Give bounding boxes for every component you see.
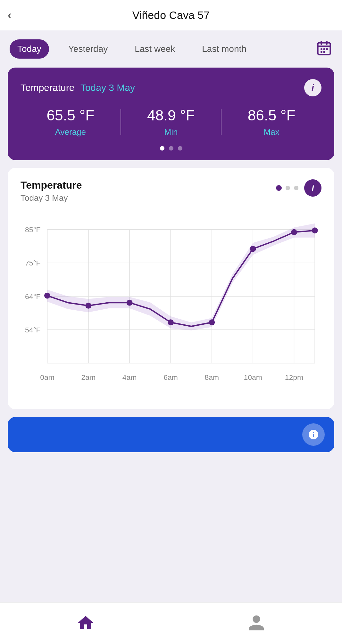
x-label-10am: 10am (244, 373, 262, 381)
calendar-button[interactable] (316, 40, 332, 58)
x-label-2am: 2am (81, 373, 96, 381)
summary-pagination-dots (21, 146, 321, 151)
stat-max: 86.5 °F Max (221, 107, 321, 137)
x-label-4am: 4am (122, 373, 137, 381)
svg-text:75°F: 75°F (25, 259, 41, 267)
stat-min-value: 48.9 °F (121, 107, 221, 124)
stat-average-value: 65.5 °F (21, 107, 121, 124)
chart-title: Temperature (21, 179, 82, 191)
chart-point-end (312, 227, 318, 233)
nav-profile[interactable] (247, 614, 266, 633)
chart-date: Today 3 May (21, 193, 82, 203)
chart-point-6am (168, 319, 174, 325)
stat-average: 65.5 °F Average (21, 107, 121, 137)
stat-min: 48.9 °F Min (121, 107, 221, 137)
summary-dot-2[interactable] (169, 146, 173, 151)
chart-pagination-dots (276, 185, 298, 191)
svg-text:54°F: 54°F (25, 326, 41, 334)
filter-last-month[interactable]: Last month (194, 39, 254, 59)
chart-info-button[interactable]: i (304, 179, 321, 197)
chart-header: Temperature Today 3 May i (21, 179, 321, 203)
blue-banner (8, 417, 334, 452)
filter-yesterday[interactable]: Yesterday (61, 39, 116, 59)
svg-rect-6 (326, 48, 328, 50)
calendar-icon (316, 40, 332, 57)
summary-stats: 65.5 °F Average 48.9 °F Min 86.5 °F Max (21, 107, 321, 137)
banner-circle[interactable] (302, 423, 325, 446)
summary-card: Temperature Today 3 May i 65.5 °F Averag… (8, 68, 334, 160)
filter-last-week[interactable]: Last week (127, 39, 183, 59)
chart-header-right: i (276, 179, 321, 197)
back-button[interactable]: ‹ (8, 9, 12, 22)
stat-max-value: 86.5 °F (221, 107, 321, 124)
chart-card: Temperature Today 3 May i (8, 168, 334, 409)
banner-icon (308, 429, 319, 440)
summary-title-group: Temperature Today 3 May (21, 82, 135, 93)
stat-max-label: Max (264, 127, 279, 137)
temperature-chart: 85°F 75°F 64°F 54°F 0am 2am 4am 6am 8am (21, 209, 321, 396)
page-title: Viñedo Cava 57 (132, 9, 210, 21)
home-icon (76, 614, 95, 633)
chart-title-group: Temperature Today 3 May (21, 179, 82, 203)
x-label-6am: 6am (163, 373, 178, 381)
summary-dot-3[interactable] (178, 146, 182, 151)
chart-point-0am (44, 293, 50, 299)
svg-text:64°F: 64°F (25, 292, 41, 301)
chart-dot-2[interactable] (286, 186, 290, 190)
chart-container: 85°F 75°F 64°F 54°F 0am 2am 4am 6am 8am (21, 209, 321, 398)
chart-point-8am (209, 319, 215, 325)
svg-rect-5 (323, 48, 325, 50)
time-filter-bar: Today Yesterday Last week Last month (0, 30, 342, 68)
bottom-nav (0, 602, 342, 644)
stat-average-label: Average (55, 127, 86, 137)
chart-dot-1[interactable] (276, 185, 282, 191)
summary-date: Today 3 May (80, 82, 135, 93)
nav-home[interactable] (76, 614, 95, 633)
summary-dot-1[interactable] (160, 146, 164, 151)
svg-rect-4 (321, 48, 322, 50)
summary-title: Temperature (21, 82, 74, 93)
svg-rect-7 (321, 51, 322, 53)
svg-text:85°F: 85°F (25, 225, 41, 234)
chart-point-10am (250, 246, 256, 252)
header: ‹ Viñedo Cava 57 (0, 0, 342, 30)
stat-min-label: Min (164, 127, 178, 137)
x-label-0am: 0am (40, 373, 54, 381)
profile-icon (247, 614, 266, 633)
summary-info-button[interactable]: i (304, 79, 321, 96)
svg-rect-8 (323, 51, 325, 53)
filter-today[interactable]: Today (10, 39, 49, 59)
chart-dot-3[interactable] (294, 186, 298, 190)
chart-point-12pm (291, 229, 297, 235)
x-label-8am: 8am (204, 373, 219, 381)
chart-shade-area (47, 224, 315, 330)
x-label-12pm: 12pm (285, 373, 303, 381)
chart-point-2am (85, 303, 91, 309)
summary-info-icon: i (312, 83, 314, 93)
chart-info-icon: i (312, 183, 314, 193)
chart-point-4am (127, 300, 133, 306)
